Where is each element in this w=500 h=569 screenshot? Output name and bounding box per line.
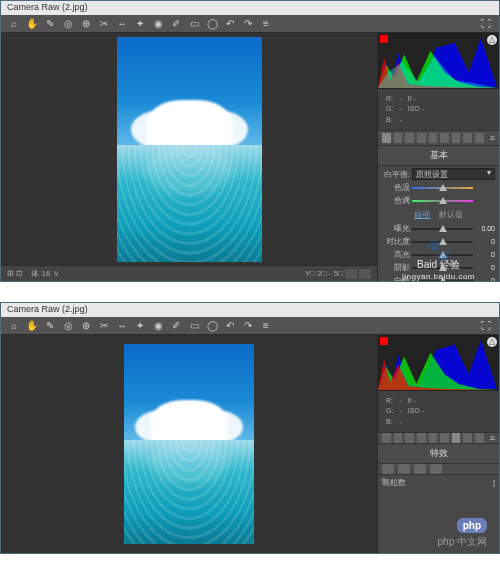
panel-title: 基本 [378, 146, 499, 166]
zoom-tool-icon[interactable]: ⌕ [7, 319, 21, 333]
php-text: php 中文网 [438, 535, 487, 549]
wb-eyedropper-icon[interactable]: ✎ [43, 319, 57, 333]
image-canvas[interactable] [1, 33, 377, 265]
tab-hsl[interactable] [417, 133, 426, 143]
camera-raw-window-basic: Camera Raw (2.jpg) ⌕ ✋ ✎ ◎ ⊕ ✂ ↔ ✦ ◉ ✐ ▭… [0, 0, 500, 282]
fx-fn-3[interactable] [414, 464, 426, 474]
bracket-icon: ] [493, 478, 495, 487]
graduated-filter-icon[interactable]: ▭ [187, 319, 201, 333]
hand-tool-icon[interactable]: ✋ [25, 17, 39, 31]
panel-menu-icon[interactable]: ≡ [490, 433, 495, 443]
fx-fn-4[interactable] [430, 464, 442, 474]
rotate-left-icon[interactable]: ↶ [223, 17, 237, 31]
wb-eyedropper-icon[interactable]: ✎ [43, 17, 57, 31]
redeye-tool-icon[interactable]: ◉ [151, 319, 165, 333]
baidu-watermark: 🐾 Baid 经验 jingyan.baidu.com [402, 242, 475, 281]
tab-fx[interactable] [452, 433, 461, 443]
toolbar: ⌕ ✋ ✎ ◎ ⊕ ✂ ↔ ✦ ◉ ✐ ▭ ◯ ↶ ↷ ≡ ⛶ [1, 15, 499, 33]
temp-label: 色温 [382, 182, 410, 193]
temp-slider[interactable] [412, 184, 473, 192]
spot-removal-icon[interactable]: ✦ [133, 319, 147, 333]
tab-basic[interactable] [382, 433, 391, 443]
tab-calib[interactable] [463, 433, 472, 443]
tab-preset[interactable] [475, 433, 484, 443]
fx-fn-2[interactable] [398, 464, 410, 474]
shadow-clip-indicator[interactable] [380, 35, 388, 43]
straighten-tool-icon[interactable]: ↔ [115, 17, 129, 31]
color-sampler-icon[interactable]: ◎ [61, 17, 75, 31]
paw-icon: 🐾 [402, 242, 475, 258]
rotate-left-icon[interactable]: ↶ [223, 319, 237, 333]
wb-label: 白平衡: [382, 169, 410, 180]
tab-detail[interactable] [405, 133, 414, 143]
histogram[interactable]: △ [378, 335, 499, 391]
tab-preset[interactable] [475, 133, 484, 143]
prefs-icon[interactable]: ≡ [259, 319, 273, 333]
rotate-right-icon[interactable]: ↷ [241, 319, 255, 333]
default-link[interactable]: 默认值 [439, 210, 463, 219]
view-mode-icon[interactable]: ⊞ ⊡ [7, 269, 23, 278]
fullscreen-icon[interactable]: ⛶ [479, 319, 493, 333]
radial-filter-icon[interactable]: ◯ [205, 319, 219, 333]
tab-split[interactable] [429, 133, 438, 143]
hand-tool-icon[interactable]: ✋ [25, 319, 39, 333]
tint-label: 色调 [382, 195, 410, 206]
tab-basic[interactable] [382, 133, 391, 143]
prefs-icon[interactable]: ≡ [259, 17, 273, 31]
exposure-slider[interactable] [412, 225, 473, 233]
info-readout: R:- f/ - G:- ISO - B:- [378, 89, 499, 130]
adjustment-brush-icon[interactable]: ✐ [169, 319, 183, 333]
panel-tabs: ≡ [378, 432, 499, 444]
wb-dropdown[interactable]: 原照设置 [412, 168, 495, 180]
tab-hsl[interactable] [417, 433, 426, 443]
tab-curve[interactable] [394, 133, 403, 143]
tab-fx[interactable] [452, 133, 461, 143]
graduated-filter-icon[interactable]: ▭ [187, 17, 201, 31]
straighten-tool-icon[interactable]: ↔ [115, 319, 129, 333]
panel-menu-icon[interactable]: ≡ [490, 133, 495, 143]
zoom-level[interactable]: 体 16 ∨ [31, 268, 59, 279]
tab-lens[interactable] [440, 133, 449, 143]
tint-slider[interactable] [412, 197, 473, 205]
window-titlebar: Camera Raw (2.jpg) [1, 303, 499, 317]
tab-split[interactable] [429, 433, 438, 443]
targeted-adjust-icon[interactable]: ⊕ [79, 319, 93, 333]
crop-tool-icon[interactable]: ✂ [97, 17, 111, 31]
zoom-tool-icon[interactable]: ⌕ [7, 17, 21, 31]
status-bar: ⊞ ⊡ 体 16 ∨ Y□ 2□ - 5□ [1, 265, 377, 281]
radial-filter-icon[interactable]: ◯ [205, 17, 219, 31]
image-canvas[interactable] [1, 335, 377, 553]
tab-lens[interactable] [440, 433, 449, 443]
highlight-clip-indicator[interactable]: △ [487, 35, 497, 45]
histogram[interactable]: △ [378, 33, 499, 89]
panel-tabs: ≡ [378, 130, 499, 146]
fx-fn-1[interactable] [382, 464, 394, 474]
whites-value: 0 [475, 277, 495, 281]
redeye-tool-icon[interactable]: ◉ [151, 17, 165, 31]
contrast-value: 0 [475, 238, 495, 245]
crop-tool-icon[interactable]: ✂ [97, 319, 111, 333]
highlight-clip-indicator[interactable]: △ [487, 337, 497, 347]
fullscreen-icon[interactable]: ⛶ [479, 17, 493, 31]
rotate-right-icon[interactable]: ↷ [241, 17, 255, 31]
auto-link[interactable]: 自动 [414, 210, 430, 219]
auto-default-row: 自动 默认值 [382, 209, 495, 220]
exposure-value: 0.00 [475, 225, 495, 232]
status-button-1[interactable] [345, 269, 357, 279]
info-readout: R:- f/ - G:- ISO - B:- [378, 391, 499, 432]
camera-raw-window-effects: Camera Raw (2.jpg) ⌕ ✋ ✎ ◎ ⊕ ✂ ↔ ✦ ◉ ✐ ▭… [0, 302, 500, 554]
targeted-adjust-icon[interactable]: ⊕ [79, 17, 93, 31]
workarea: △ R:- f/ - G:- ISO - B:- [1, 335, 499, 553]
status-button-2[interactable] [359, 269, 371, 279]
tab-calib[interactable] [463, 133, 472, 143]
tab-curve[interactable] [394, 433, 403, 443]
tab-detail[interactable] [405, 433, 414, 443]
adjustment-brush-icon[interactable]: ✐ [169, 17, 183, 31]
status-right: Y□ 2□ - 5□ [305, 269, 343, 278]
exposure-label: 曝光 [382, 223, 410, 234]
fx-function-row [378, 464, 499, 475]
spot-removal-icon[interactable]: ✦ [133, 17, 147, 31]
color-sampler-icon[interactable]: ◎ [61, 319, 75, 333]
shadow-clip-indicator[interactable] [380, 337, 388, 345]
panel-title: 特效 [378, 444, 499, 464]
